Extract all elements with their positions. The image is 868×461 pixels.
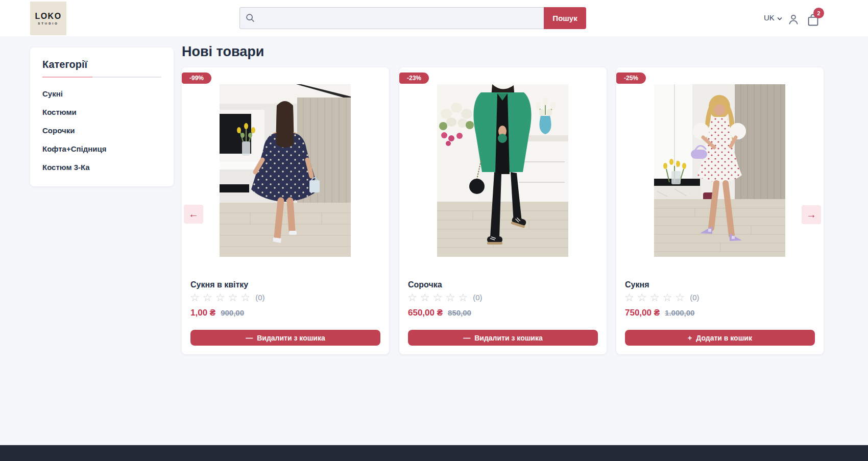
chevron-down-icon <box>777 13 782 22</box>
product-title[interactable]: Сукня <box>625 280 649 289</box>
user-icon <box>787 19 800 28</box>
add-to-cart-button[interactable]: + Додати в кошик <box>625 330 815 346</box>
star-icons: ☆☆☆☆☆ <box>190 292 253 303</box>
minus-icon: — <box>246 334 253 342</box>
price-row: 750,00 ₴ 1.000,00 <box>625 308 694 318</box>
product-title[interactable]: Сорочка <box>408 280 442 289</box>
product-rating: ☆☆☆☆☆ (0) <box>190 292 264 303</box>
product-image[interactable] <box>220 84 351 257</box>
remove-from-cart-button[interactable]: — Видалити з кошика <box>190 330 380 346</box>
category-list: Сукні Костюми Сорочки Кофта+Спідниця Кос… <box>42 85 161 177</box>
header: LOKO STUDIO Пошук UK <box>0 0 868 36</box>
storefront-page: LOKO STUDIO Пошук UK <box>0 0 868 461</box>
cart-count-badge: 2 <box>813 8 824 18</box>
product-image[interactable] <box>654 84 785 257</box>
arrow-right-icon: → <box>806 209 816 221</box>
current-price: 650,00 ₴ <box>408 308 443 318</box>
product-card: -25% Сукня ☆☆☆☆☆ (0) 750,00 ₴ 1.000,00 +… <box>616 67 824 354</box>
language-selector[interactable]: UK <box>764 13 782 22</box>
price-row: 1,00 ₴ 900,00 <box>190 308 244 318</box>
minus-icon: — <box>463 334 470 342</box>
discount-badge: -25% <box>616 72 646 84</box>
old-price: 850,00 <box>448 308 471 317</box>
product-rating: ☆☆☆☆☆ (0) <box>407 292 482 303</box>
search-input[interactable] <box>239 7 544 29</box>
shopping-bag-icon <box>806 20 820 29</box>
product-card: -99% Сукня в квітку ☆☆☆☆☆ (0) 1,00 ₴ 900… <box>182 67 389 354</box>
categories-sidebar: Категорії Сукні Костюми Сорочки Кофта+Сп… <box>30 47 174 186</box>
logo-text: LOKO <box>35 12 61 21</box>
product-image[interactable] <box>437 84 568 257</box>
product-card: -23% Сорочка ☆☆☆☆☆ (0) 650,00 ₴ 850,00 —… <box>399 67 607 354</box>
arrow-left-icon: ← <box>188 208 199 220</box>
sidebar-divider <box>42 77 161 78</box>
price-row: 650,00 ₴ 850,00 <box>408 308 471 318</box>
current-price: 1,00 ₴ <box>190 308 215 318</box>
remove-from-cart-button[interactable]: — Видалити з кошика <box>408 330 598 346</box>
search-button[interactable]: Пошук <box>544 7 586 29</box>
discount-badge: -23% <box>399 72 429 84</box>
current-price: 750,00 ₴ <box>625 308 660 318</box>
rating-count: (0) <box>255 293 264 302</box>
sidebar-item-suits[interactable]: Костюми <box>42 103 161 122</box>
sidebar-item-dresses[interactable]: Сукні <box>42 85 161 103</box>
footer <box>0 445 868 461</box>
store-logo[interactable]: LOKO STUDIO <box>30 2 66 35</box>
cart-button-label: Додати в кошик <box>696 334 752 342</box>
carousel-prev-button[interactable]: ← <box>184 205 203 224</box>
search-bar: Пошук <box>239 7 586 29</box>
rating-count: (0) <box>690 293 699 302</box>
plus-icon: + <box>688 334 692 342</box>
star-icons: ☆☆☆☆☆ <box>624 292 688 303</box>
star-icons: ☆☆☆☆☆ <box>407 292 471 303</box>
cart-button-label: Видалити з кошика <box>257 334 325 342</box>
page-title: Нові товари <box>182 44 264 60</box>
product-rating: ☆☆☆☆☆ (0) <box>624 292 699 303</box>
discount-badge: -99% <box>182 72 211 84</box>
cart-button[interactable]: 2 <box>806 13 822 28</box>
carousel-next-button[interactable]: → <box>802 205 821 224</box>
sidebar-title: Категорії <box>42 59 161 70</box>
logo-subtext: STUDIO <box>38 22 59 25</box>
old-price: 900,00 <box>221 308 244 317</box>
account-button[interactable] <box>787 13 800 26</box>
language-label: UK <box>764 13 775 22</box>
old-price: 1.000,00 <box>665 308 694 317</box>
sidebar-item-top-skirt[interactable]: Кофта+Спідниця <box>42 140 161 158</box>
cart-button-label: Видалити з кошика <box>474 334 543 342</box>
sidebar-item-suit-3[interactable]: Костюм 3-Ка <box>42 158 161 177</box>
sidebar-item-shirts[interactable]: Сорочки <box>42 122 161 140</box>
rating-count: (0) <box>473 293 482 302</box>
product-title[interactable]: Сукня в квітку <box>190 280 248 289</box>
